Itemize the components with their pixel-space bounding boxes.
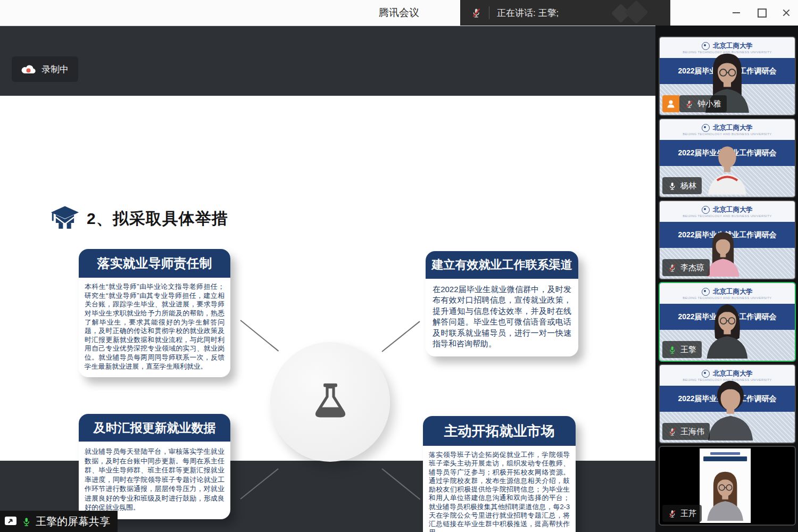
participant-label-row: 杨林 <box>662 177 702 194</box>
participant-label-row: 李杰琼 <box>662 259 710 276</box>
share-bar-label: 王擎的屏幕共享 <box>36 514 110 529</box>
recording-label: 录制中 <box>41 63 69 76</box>
participant-label-row: 钟小雅 <box>662 95 727 112</box>
center-hub-circle <box>270 342 390 462</box>
flask-icon <box>307 379 353 425</box>
participants-sidebar: 北京工商大学BEIJING TECHNOLOGY AND BUSINESS UN… <box>655 26 798 532</box>
close-button[interactable] <box>775 0 798 26</box>
participant-tile-杨林[interactable]: 北京工商大学BEIJING TECHNOLOGY AND BUSINESS UN… <box>659 118 796 198</box>
slide-title: 2、拟采取具体举措 <box>87 208 228 230</box>
box-header: 及时汇报更新就业数据 <box>79 414 230 442</box>
slide-box-contact-channels: 建立有效就业工作联系渠道 在2022届毕业生就业微信群中，及时发布有效对口招聘信… <box>426 251 578 356</box>
box-body: 在2022届毕业生就业微信群中，及时发布有效对口招聘信息，宣传就业政策，提升通知… <box>426 279 578 356</box>
box-body: 就业辅导员每天登陆平台，审核落实学生就业数据，及时在台账中同步更新。每周在系主任… <box>79 442 230 519</box>
participant-video-avatar <box>697 135 757 197</box>
portrait-video-strip <box>700 448 751 523</box>
participant-label-row: 王擎 <box>662 341 702 358</box>
mini-banner-line <box>710 452 740 455</box>
app-title: 腾讯会议 <box>351 0 447 26</box>
participant-label-row: 王海伟 <box>662 423 710 440</box>
participant-mic-icon <box>668 345 677 354</box>
university-emblem-icon <box>702 206 710 214</box>
window-titlebar: 腾讯会议 正在讲话: 王擎; <box>0 0 798 26</box>
participant-label-row: 王芹 <box>662 505 702 522</box>
maximize-button[interactable] <box>750 0 774 26</box>
connector-line <box>240 320 279 351</box>
box-body: 落实领导班子访企拓岗促就业工作，学院领导班子牵头主动开展走访，组织发动专任教师、… <box>423 446 576 532</box>
participant-mic-icon <box>668 263 677 272</box>
participant-video-avatar <box>700 464 751 523</box>
recording-badge[interactable]: 录制中 <box>12 56 78 82</box>
participant-name: 王擎 <box>680 345 696 355</box>
divider <box>489 6 489 19</box>
connector-line <box>240 468 278 499</box>
speaking-status-panel: 正在讲话: 王擎; <box>460 0 670 26</box>
box-body: 本科生“就业导师”由毕业论文指导老师担任；研究生“就业导师”由其专业导师担任，建… <box>79 278 230 377</box>
participant-name: 王芹 <box>680 509 696 519</box>
speaking-status-text: 正在讲话: 王擎; <box>497 7 559 19</box>
participant-name: 李杰琼 <box>680 263 704 273</box>
participant-mic-icon <box>668 509 677 518</box>
participant-tile-王海伟[interactable]: 北京工商大学BEIJING TECHNOLOGY AND BUSINESS UN… <box>659 364 796 444</box>
university-emblem-icon <box>702 124 710 132</box>
participant-video-avatar <box>695 295 759 361</box>
participant-name: 王海伟 <box>680 427 704 437</box>
cloud-recording-icon <box>21 64 36 74</box>
screen-share-view[interactable]: 2、拟采取具体举措 落实就业导师责任制 本科生“就业导师”由毕业论文指导老师担任… <box>0 96 655 461</box>
slide-box-mentor-responsibility: 落实就业导师责任制 本科生“就业导师”由毕业论文指导老师担任；研究生“就业导师”… <box>79 249 230 377</box>
university-name: 北京工商大学 <box>713 123 753 132</box>
screen-share-status-bar: 王擎的屏幕共享 <box>0 511 118 532</box>
box-header: 主动开拓就业市场 <box>423 416 576 446</box>
participant-name: 杨林 <box>680 181 696 191</box>
participant-mic-icon <box>685 99 694 109</box>
participant-tile-钟小雅[interactable]: 北京工商大学BEIJING TECHNOLOGY AND BUSINESS UN… <box>659 36 796 116</box>
meeting-logo-watermark-icon <box>610 3 652 22</box>
participant-tile-李杰琼[interactable]: 北京工商大学BEIJING TECHNOLOGY AND BUSINESS UN… <box>659 200 796 280</box>
banner-university-band: 北京工商大学BEIJING TECHNOLOGY AND BUSINESS UN… <box>660 201 795 222</box>
share-mic-icon <box>21 517 31 527</box>
slide-title-row: 2、拟采取具体举措 <box>51 204 228 233</box>
minimize-button[interactable] <box>725 0 748 26</box>
slide-box-job-market: 主动开拓就业市场 落实领导班子访企拓岗促就业工作，学院领导班子牵头主动开展走访，… <box>423 416 576 532</box>
mini-banner-line <box>703 456 747 461</box>
university-caption: BEIJING TECHNOLOGY AND BUSINESS UNIVERSI… <box>683 214 771 218</box>
participant-name: 钟小雅 <box>697 99 721 109</box>
screen-share-icon <box>4 516 17 527</box>
graduation-cap-icon <box>51 205 79 232</box>
participant-mic-icon <box>668 427 677 436</box>
participant-tile-王芹[interactable]: 王芹 <box>659 446 796 526</box>
slide-box-data-reporting: 及时汇报更新就业数据 就业辅导员每天登陆平台，审核落实学生就业数据，及时在台账中… <box>79 414 230 519</box>
connector-line <box>381 468 420 500</box>
box-header: 建立有效就业工作联系渠道 <box>426 251 578 279</box>
connector-line <box>381 321 420 352</box>
muted-mic-icon <box>471 7 481 18</box>
participant-mic-icon <box>668 181 677 190</box>
box-header: 落实就业导师责任制 <box>79 249 230 278</box>
participant-tile-王擎[interactable]: 北京工商大学BEIJING TECHNOLOGY AND BUSINESS UN… <box>659 282 796 362</box>
university-name: 北京工商大学 <box>713 205 753 214</box>
member-badge-icon <box>662 95 679 112</box>
